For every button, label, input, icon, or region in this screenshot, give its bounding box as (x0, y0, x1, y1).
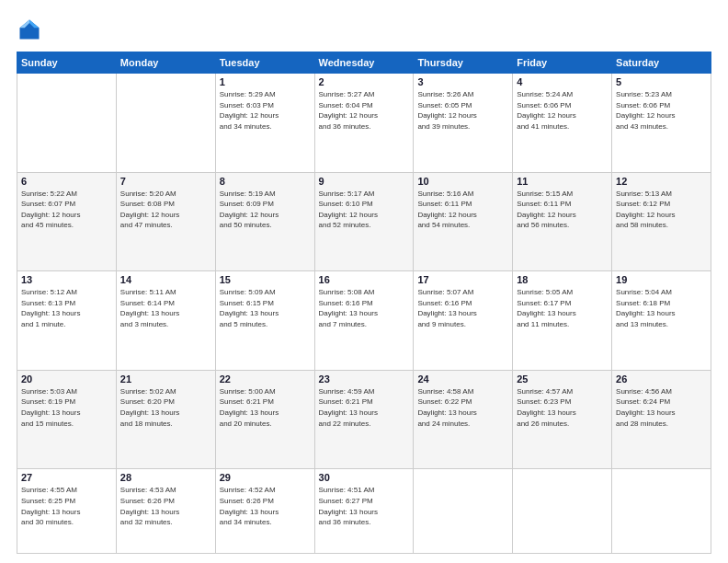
calendar-week-row: 6Sunrise: 5:22 AM Sunset: 6:07 PM Daylig… (17, 172, 711, 271)
day-info: Sunrise: 5:24 AM Sunset: 6:06 PM Dayligh… (517, 89, 608, 132)
day-info: Sunrise: 5:12 AM Sunset: 6:13 PM Dayligh… (21, 287, 112, 329)
calendar-cell: 12Sunrise: 5:13 AM Sunset: 6:12 PM Dayli… (612, 172, 711, 271)
calendar-cell: 16Sunrise: 5:08 AM Sunset: 6:16 PM Dayli… (314, 271, 414, 371)
calendar-week-row: 13Sunrise: 5:12 AM Sunset: 6:13 PM Dayli… (17, 271, 711, 371)
calendar-cell: 17Sunrise: 5:07 AM Sunset: 6:16 PM Dayli… (414, 271, 513, 371)
day-info: Sunrise: 5:23 AM Sunset: 6:06 PM Dayligh… (616, 89, 707, 132)
day-info: Sunrise: 4:51 AM Sunset: 6:27 PM Dayligh… (319, 485, 410, 527)
day-number: 23 (319, 373, 410, 385)
day-info: Sunrise: 5:19 AM Sunset: 6:09 PM Dayligh… (220, 189, 311, 231)
weekday-header-sunday: Sunday (17, 52, 117, 74)
day-info: Sunrise: 5:02 AM Sunset: 6:20 PM Dayligh… (120, 386, 211, 429)
day-number: 5 (616, 76, 707, 87)
calendar-week-row: 27Sunrise: 4:55 AM Sunset: 6:25 PM Dayli… (17, 469, 711, 554)
day-number: 18 (517, 274, 608, 285)
day-number: 20 (21, 373, 112, 385)
calendar-cell (17, 74, 117, 173)
day-number: 3 (417, 76, 508, 87)
day-info: Sunrise: 5:04 AM Sunset: 6:18 PM Dayligh… (616, 287, 707, 329)
day-info: Sunrise: 5:16 AM Sunset: 6:11 PM Dayligh… (417, 189, 508, 231)
weekday-header-tuesday: Tuesday (215, 52, 314, 74)
calendar-cell: 19Sunrise: 5:04 AM Sunset: 6:18 PM Dayli… (612, 271, 711, 371)
calendar-cell: 21Sunrise: 5:02 AM Sunset: 6:20 PM Dayli… (116, 370, 215, 469)
weekday-header-monday: Monday (116, 52, 215, 74)
day-info: Sunrise: 5:17 AM Sunset: 6:10 PM Dayligh… (319, 189, 410, 231)
day-info: Sunrise: 5:08 AM Sunset: 6:16 PM Dayligh… (319, 287, 410, 329)
calendar-cell: 28Sunrise: 4:53 AM Sunset: 6:26 PM Dayli… (116, 469, 215, 554)
header (17, 17, 711, 42)
day-number: 19 (616, 274, 707, 285)
day-info: Sunrise: 4:55 AM Sunset: 6:25 PM Dayligh… (21, 485, 112, 527)
day-number: 8 (220, 176, 311, 187)
calendar-cell: 14Sunrise: 5:11 AM Sunset: 6:14 PM Dayli… (116, 271, 215, 371)
calendar-cell: 25Sunrise: 4:57 AM Sunset: 6:23 PM Dayli… (513, 370, 612, 469)
day-info: Sunrise: 5:26 AM Sunset: 6:05 PM Dayligh… (417, 89, 508, 132)
calendar-cell: 22Sunrise: 5:00 AM Sunset: 6:21 PM Dayli… (215, 370, 314, 469)
day-number: 28 (120, 472, 211, 483)
page: SundayMondayTuesdayWednesdayThursdayFrid… (0, 0, 728, 563)
calendar-cell: 10Sunrise: 5:16 AM Sunset: 6:11 PM Dayli… (414, 172, 513, 271)
calendar-week-row: 1Sunrise: 5:29 AM Sunset: 6:03 PM Daylig… (17, 74, 711, 173)
day-number: 15 (220, 274, 311, 285)
day-number: 2 (319, 76, 410, 87)
weekday-header-friday: Friday (513, 52, 612, 74)
day-info: Sunrise: 4:56 AM Sunset: 6:24 PM Dayligh… (616, 386, 707, 429)
day-info: Sunrise: 5:22 AM Sunset: 6:07 PM Dayligh… (21, 189, 112, 231)
calendar-cell: 11Sunrise: 5:15 AM Sunset: 6:11 PM Dayli… (513, 172, 612, 271)
day-info: Sunrise: 5:00 AM Sunset: 6:21 PM Dayligh… (220, 386, 311, 429)
calendar-cell: 23Sunrise: 4:59 AM Sunset: 6:21 PM Dayli… (314, 370, 414, 469)
day-info: Sunrise: 5:11 AM Sunset: 6:14 PM Dayligh… (120, 287, 211, 329)
calendar-cell: 8Sunrise: 5:19 AM Sunset: 6:09 PM Daylig… (215, 172, 314, 271)
calendar-cell (612, 469, 711, 554)
day-number: 1 (220, 76, 311, 87)
day-number: 9 (319, 176, 410, 187)
day-number: 7 (120, 176, 211, 187)
calendar-cell: 15Sunrise: 5:09 AM Sunset: 6:15 PM Dayli… (215, 271, 314, 371)
day-info: Sunrise: 5:09 AM Sunset: 6:15 PM Dayligh… (220, 287, 311, 329)
calendar-cell: 18Sunrise: 5:05 AM Sunset: 6:17 PM Dayli… (513, 271, 612, 371)
calendar-cell: 20Sunrise: 5:03 AM Sunset: 6:19 PM Dayli… (17, 370, 117, 469)
calendar-cell: 29Sunrise: 4:52 AM Sunset: 6:26 PM Dayli… (215, 469, 314, 554)
calendar-cell: 13Sunrise: 5:12 AM Sunset: 6:13 PM Dayli… (17, 271, 117, 371)
calendar-cell: 6Sunrise: 5:22 AM Sunset: 6:07 PM Daylig… (17, 172, 117, 271)
day-number: 24 (417, 373, 508, 385)
day-info: Sunrise: 5:29 AM Sunset: 6:03 PM Dayligh… (220, 89, 311, 132)
day-number: 27 (21, 472, 112, 483)
calendar-cell: 2Sunrise: 5:27 AM Sunset: 6:04 PM Daylig… (314, 74, 414, 173)
day-info: Sunrise: 5:20 AM Sunset: 6:08 PM Dayligh… (120, 189, 211, 231)
weekday-header-wednesday: Wednesday (314, 52, 414, 74)
calendar-cell (116, 74, 215, 173)
day-number: 17 (417, 274, 508, 285)
calendar-header-row: SundayMondayTuesdayWednesdayThursdayFrid… (17, 52, 711, 74)
day-info: Sunrise: 4:57 AM Sunset: 6:23 PM Dayligh… (517, 386, 608, 429)
day-number: 6 (21, 176, 112, 187)
day-info: Sunrise: 5:13 AM Sunset: 6:12 PM Dayligh… (616, 189, 707, 231)
logo-icon (17, 17, 42, 42)
day-number: 30 (319, 472, 410, 483)
day-info: Sunrise: 4:53 AM Sunset: 6:26 PM Dayligh… (120, 485, 211, 527)
day-number: 4 (517, 76, 608, 87)
day-info: Sunrise: 5:07 AM Sunset: 6:16 PM Dayligh… (417, 287, 508, 329)
calendar-cell (513, 469, 612, 554)
calendar-cell: 4Sunrise: 5:24 AM Sunset: 6:06 PM Daylig… (513, 74, 612, 173)
day-info: Sunrise: 5:05 AM Sunset: 6:17 PM Dayligh… (517, 287, 608, 329)
weekday-header-thursday: Thursday (414, 52, 513, 74)
day-number: 25 (517, 373, 608, 385)
day-number: 12 (616, 176, 707, 187)
day-info: Sunrise: 5:27 AM Sunset: 6:04 PM Dayligh… (319, 89, 410, 132)
day-info: Sunrise: 5:03 AM Sunset: 6:19 PM Dayligh… (21, 386, 112, 429)
day-number: 22 (220, 373, 311, 385)
weekday-header-saturday: Saturday (612, 52, 711, 74)
calendar-cell: 1Sunrise: 5:29 AM Sunset: 6:03 PM Daylig… (215, 74, 314, 173)
day-info: Sunrise: 4:58 AM Sunset: 6:22 PM Dayligh… (417, 386, 508, 429)
day-number: 13 (21, 274, 112, 285)
day-number: 21 (120, 373, 211, 385)
calendar-cell: 27Sunrise: 4:55 AM Sunset: 6:25 PM Dayli… (17, 469, 117, 554)
day-number: 11 (517, 176, 608, 187)
day-number: 14 (120, 274, 211, 285)
calendar-cell: 5Sunrise: 5:23 AM Sunset: 6:06 PM Daylig… (612, 74, 711, 173)
calendar-cell: 9Sunrise: 5:17 AM Sunset: 6:10 PM Daylig… (314, 172, 414, 271)
calendar-cell (414, 469, 513, 554)
day-info: Sunrise: 4:52 AM Sunset: 6:26 PM Dayligh… (220, 485, 311, 527)
day-number: 16 (319, 274, 410, 285)
